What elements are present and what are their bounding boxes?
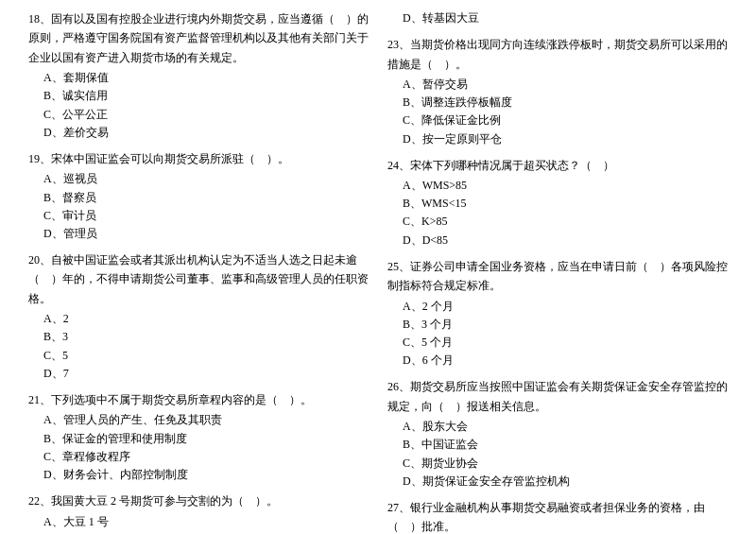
q18-a: A、套期保值 <box>28 69 369 87</box>
q27-text: 27、银行业金融机构从事期货交易融资或者担保业务的资格，由（ ）批准。 <box>387 498 728 534</box>
q19-text: 19、宋体中国证监会可以向期货交易所派驻（ ）。 <box>28 149 369 168</box>
q22-a: A、大豆 1 号 <box>28 513 369 531</box>
q21-b: B、保证金的管理和使用制度 <box>28 430 369 448</box>
q21-d: D、财务会计、内部控制制度 <box>28 466 369 484</box>
q26-b: B、中国证监会 <box>387 436 728 454</box>
q20-a: A、2 <box>28 310 369 328</box>
left-column: 18、固有以及国有控股企业进行境内外期货交易，应当遵循（ ）的原则，严格遵守国务… <box>28 9 369 534</box>
q26-c: C、期货业协会 <box>387 455 728 473</box>
q18-d: D、差价交易 <box>28 124 369 142</box>
q23-text: 23、当期货价格出现同方向连续涨跌停板时，期货交易所可以采用的措施是（ ）。 <box>387 35 728 74</box>
q21-c: C、章程修改程序 <box>28 448 369 466</box>
q19-a: A、巡视员 <box>28 170 369 188</box>
q24-text: 24、宋体下列哪种情况属于超买状态？（ ） <box>387 156 728 175</box>
q18-text: 18、固有以及国有控股企业进行境内外期货交易，应当遵循（ ）的原则，严格遵守国务… <box>28 9 369 67</box>
q23-a: A、暂停交易 <box>387 76 728 94</box>
q23-d: D、按一定原则平仓 <box>387 130 728 148</box>
q18-b: B、诚实信用 <box>28 87 369 105</box>
q24-b: B、WMS<15 <box>387 195 728 213</box>
q19-c: C、审计员 <box>28 207 369 225</box>
question-25: 25、证券公司申请全国业务资格，应当在申请日前（ ）各项风险控制指标符合规定标准… <box>387 257 728 370</box>
question-24: 24、宋体下列哪种情况属于超买状态？（ ） A、WMS>85 B、WMS<15 … <box>387 156 728 250</box>
q26-a: A、股东大会 <box>387 418 728 436</box>
q21-text: 21、下列选项中不属于期货交易所章程内容的是（ ）。 <box>28 390 369 409</box>
q25-text: 25、证券公司申请全国业务资格，应当在申请日前（ ）各项风险控制指标符合规定标准… <box>387 257 728 296</box>
q21-a: A、管理人员的产生、任免及其职责 <box>28 411 369 429</box>
question-27: 27、银行业金融机构从事期货交易融资或者担保业务的资格，由（ ）批准。 A、全国… <box>387 498 728 534</box>
q24-a: A、WMS>85 <box>387 177 728 195</box>
question-22d: D、转基因大豆 <box>387 9 728 27</box>
right-column: D、转基因大豆 23、当期货价格出现同方向连续涨跌停板时，期货交易所可以采用的措… <box>387 9 728 534</box>
q25-b: B、3 个月 <box>387 316 728 334</box>
q25-a: A、2 个月 <box>387 298 728 316</box>
question-19: 19、宋体中国证监会可以向期货交易所派驻（ ）。 A、巡视员 B、督察员 C、审… <box>28 149 369 243</box>
question-22: 22、我国黄大豆 2 号期货可参与交割的为（ ）。 A、大豆 1 号 B、非转基… <box>28 491 369 534</box>
q24-c: C、K>85 <box>387 213 728 231</box>
question-20: 20、自被中国证监会或者其派出机构认定为不适当人选之日起未逾（ ）年的，不得申请… <box>28 250 369 383</box>
q19-d: D、管理员 <box>28 225 369 243</box>
q22-text: 22、我国黄大豆 2 号期货可参与交割的为（ ）。 <box>28 491 369 510</box>
question-23: 23、当期货价格出现同方向连续涨跌停板时，期货交易所可以采用的措施是（ ）。 A… <box>387 35 728 148</box>
q26-d: D、期货保证金安全存管监控机构 <box>387 473 728 491</box>
question-26: 26、期货交易所应当按照中国证监会有关期货保证金安全存管监控的规定，向（ ）报送… <box>387 377 728 491</box>
q23-b: B、调整连跌停板幅度 <box>387 94 728 112</box>
q18-c: C、公平公正 <box>28 106 369 124</box>
q20-c: C、5 <box>28 347 369 365</box>
q25-d: D、6 个月 <box>387 352 728 370</box>
q22-d: D、转基因大豆 <box>387 9 728 27</box>
q26-text: 26、期货交易所应当按照中国证监会有关期货保证金安全存管监控的规定，向（ ）报送… <box>387 377 728 416</box>
q20-d: D、7 <box>28 365 369 383</box>
q20-b: B、3 <box>28 328 369 346</box>
q25-c: C、5 个月 <box>387 334 728 352</box>
q23-c: C、降低保证金比例 <box>387 112 728 129</box>
q24-d: D、D<85 <box>387 232 728 250</box>
q19-b: B、督察员 <box>28 189 369 207</box>
question-21: 21、下列选项中不属于期货交易所章程内容的是（ ）。 A、管理人员的产生、任免及… <box>28 390 369 484</box>
q20-text: 20、自被中国证监会或者其派出机构认定为不适当人选之日起未逾（ ）年的，不得申请… <box>28 250 369 308</box>
question-18: 18、固有以及国有控股企业进行境内外期货交易，应当遵循（ ）的原则，严格遵守国务… <box>28 9 369 142</box>
